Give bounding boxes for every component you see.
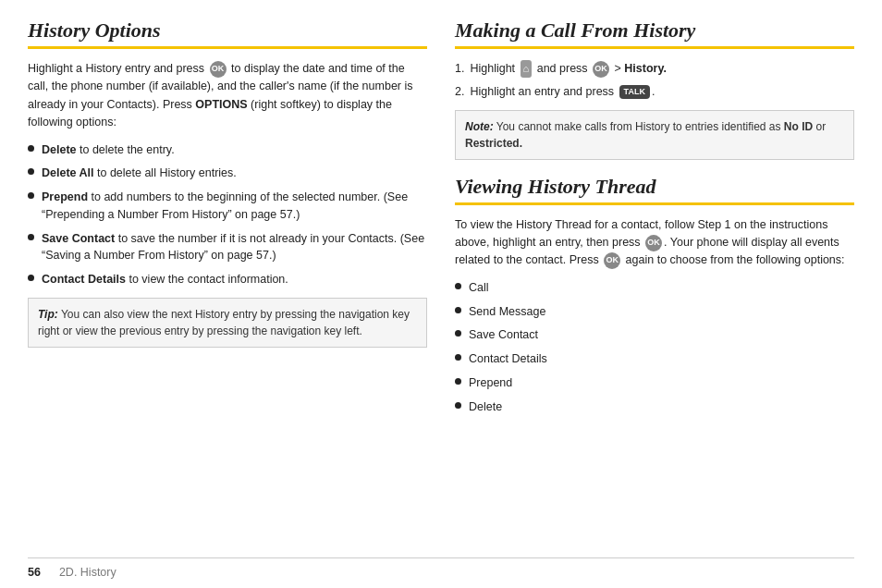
thread-prepend: Prepend bbox=[469, 374, 854, 392]
menu-ok-icon: OK bbox=[210, 61, 227, 78]
bullet-dot bbox=[455, 283, 461, 289]
step-2-text: Highlight an entry and press TALK. bbox=[470, 83, 655, 101]
right-column: Making a Call From History 1. Highlight … bbox=[455, 18, 854, 557]
bullet-dot bbox=[28, 192, 34, 199]
bullet-dot bbox=[455, 307, 461, 313]
bullet-dot bbox=[455, 378, 461, 385]
step-2: 2. Highlight an entry and press TALK. bbox=[455, 83, 854, 101]
right-yellow-rule bbox=[455, 46, 854, 49]
thread-options-list: Call Send Message Save Contact Contact D… bbox=[455, 279, 854, 416]
bullet-item-save-contact: Save Contact to save the number if it is… bbox=[42, 230, 427, 265]
tip-text: You can also view the next History entry… bbox=[38, 308, 410, 337]
menu-ok-icon-step1: OK bbox=[593, 61, 609, 78]
thread-contact-details: Contact Details bbox=[469, 350, 854, 368]
left-column: History Options Highlight a History entr… bbox=[28, 18, 427, 557]
ok-icon-thread: OK bbox=[645, 235, 662, 251]
bullet-dot bbox=[28, 234, 34, 240]
columns: History Options Highlight a History entr… bbox=[28, 18, 854, 557]
thread-send-message: Send Message bbox=[469, 303, 854, 321]
step-1-text: Highlight ⌂ and press OK > History. bbox=[470, 60, 667, 78]
list-item: Save Contact to save the number if it is… bbox=[28, 230, 427, 265]
bullet-dot bbox=[28, 168, 34, 175]
bullet-dot bbox=[28, 145, 34, 152]
step-num-2: 2. bbox=[455, 83, 464, 101]
bullet-dot bbox=[455, 402, 461, 409]
right-yellow-rule-2 bbox=[455, 202, 854, 205]
page: History Options Highlight a History entr… bbox=[0, 0, 882, 588]
list-item-save-contact: Save Contact bbox=[455, 326, 854, 344]
bullet-item-prepend: Prepend to add numbers to the beginning … bbox=[42, 189, 427, 224]
list-item: Contact Details to view the contact info… bbox=[28, 271, 427, 288]
step-num-1: 1. bbox=[455, 60, 464, 78]
steps-list: 1. Highlight ⌂ and press OK > History. 2… bbox=[455, 60, 854, 101]
thread-save-contact: Save Contact bbox=[469, 326, 854, 344]
thread-call: Call bbox=[469, 279, 854, 297]
talk-icon: TALK bbox=[619, 85, 650, 100]
left-intro-paragraph: Highlight a History entry and press OK t… bbox=[28, 60, 427, 132]
bullet-dot bbox=[455, 330, 461, 337]
list-item-prepend: Prepend bbox=[455, 374, 854, 392]
ok-icon-thread2: OK bbox=[604, 252, 620, 269]
list-item-send-message: Send Message bbox=[455, 303, 854, 321]
left-section-title: History Options bbox=[28, 18, 427, 43]
home-icon: ⌂ bbox=[521, 60, 533, 78]
step-1: 1. Highlight ⌂ and press OK > History. bbox=[455, 60, 854, 78]
list-item-call: Call bbox=[455, 279, 854, 297]
right-section-title: Making a Call From History bbox=[455, 18, 854, 43]
list-item-delete: Delete bbox=[455, 398, 854, 416]
options-bold: OPTIONS bbox=[195, 98, 247, 111]
list-item: Prepend to add numbers to the beginning … bbox=[28, 189, 427, 224]
thread-delete: Delete bbox=[469, 398, 854, 416]
list-item: Delete All to delete all History entries… bbox=[28, 165, 427, 182]
list-item: Delete to delete the entry. bbox=[28, 141, 427, 159]
footer-page-number: 56 bbox=[28, 566, 41, 579]
note-label: Note: bbox=[465, 120, 494, 133]
section2-body: To view the History Thread for a contact… bbox=[455, 216, 854, 270]
footer-section: 2D. History bbox=[59, 566, 116, 579]
bullet-dot bbox=[455, 354, 461, 361]
note-box: Note: You cannot make calls from History… bbox=[455, 110, 854, 160]
intro-text-1: Highlight a History entry and press bbox=[28, 62, 204, 75]
tip-label: Tip: bbox=[38, 308, 58, 321]
bullet-dot bbox=[28, 275, 34, 281]
bullet-item-contact-details: Contact Details to view the contact info… bbox=[42, 271, 427, 288]
tip-box: Tip: You can also view the next History … bbox=[28, 298, 427, 348]
left-yellow-rule bbox=[28, 46, 427, 49]
note-body: You cannot make calls from History to en… bbox=[465, 120, 826, 150]
bullet-item-delete: Delete to delete the entry. bbox=[42, 141, 427, 159]
bullet-item-delete-all: Delete All to delete all History entries… bbox=[42, 165, 427, 182]
list-item-contact-details: Contact Details bbox=[455, 350, 854, 368]
history-options-list: Delete to delete the entry. Delete All t… bbox=[28, 141, 427, 288]
footer: 56 2D. History bbox=[28, 557, 854, 579]
right-section2-title: Viewing History Thread bbox=[455, 175, 854, 199]
